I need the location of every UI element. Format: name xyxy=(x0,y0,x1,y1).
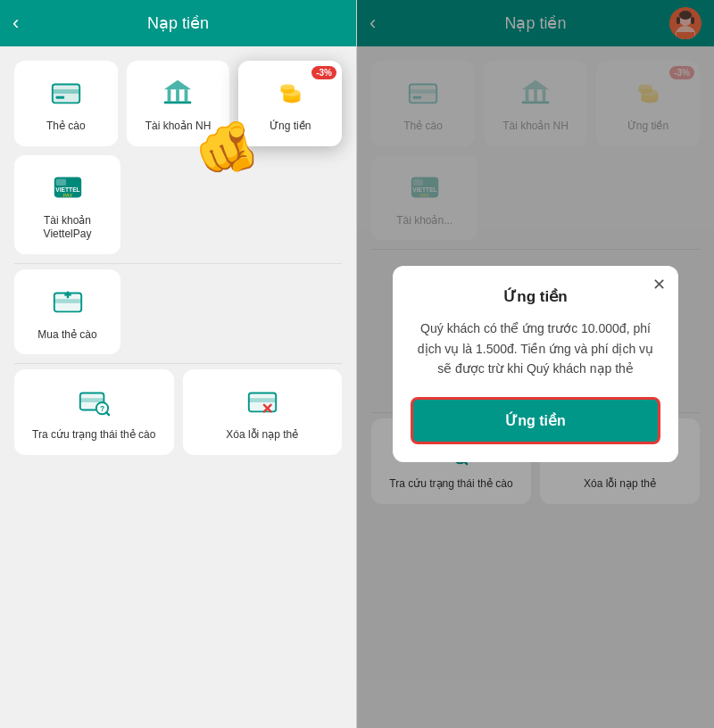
svg-text:VIETTEL: VIETTEL xyxy=(55,186,79,192)
right-screen: ‹ Nạp tiền xyxy=(357,0,714,728)
left-header: ‹ Nạp tiền xyxy=(0,0,356,46)
left-xoa-loi-label: Xóa lỗi nạp thẻ xyxy=(226,428,298,443)
viettelpay-icon: VIETTEL PAY xyxy=(48,168,87,207)
svg-rect-3 xyxy=(55,96,64,99)
bank-icon xyxy=(158,73,197,112)
left-divider2 xyxy=(14,363,342,364)
svg-rect-6 xyxy=(177,89,180,101)
left-back-button[interactable]: ‹ xyxy=(12,13,19,33)
left-content: Thẻ cào Tài khoản NH -3% xyxy=(0,46,356,728)
svg-line-26 xyxy=(107,413,110,416)
svg-rect-7 xyxy=(185,89,188,101)
left-the-cao-label: Thẻ cào xyxy=(46,120,86,134)
error-card-icon xyxy=(243,382,282,421)
left-menu-row2: VIETTEL PAY Tài khoản ViettelPay xyxy=(14,155,342,254)
left-row3-filler xyxy=(129,269,342,355)
left-menu-mua-the-cao[interactable]: Mua thẻ cào xyxy=(14,269,120,355)
card-icon xyxy=(46,73,86,112)
coins-icon xyxy=(270,73,310,112)
left-tai-khoan-nh-label: Tài khoản NH xyxy=(145,120,212,134)
left-menu-the-cao[interactable]: Thẻ cào xyxy=(14,61,118,146)
modal-close-button[interactable]: ✕ xyxy=(652,277,666,293)
svg-rect-8 xyxy=(164,102,191,104)
left-menu-row4: ? Tra cứu trạng thái thẻ cào Xóa lỗi nạp… xyxy=(14,369,342,455)
left-screen: ‹ Nạp tiền Thẻ cào xyxy=(0,0,357,728)
ung-tien-confirm-button[interactable]: Ứng tiền xyxy=(411,397,660,444)
left-tra-cuu-label: Tra cứu trạng thái thẻ cào xyxy=(32,428,155,443)
modal-overlay: ✕ Ứng tiền Quý khách có thể ứng trước 10… xyxy=(357,0,714,728)
left-ung-tien-badge: -3% xyxy=(311,66,336,79)
left-menu-tai-khoan-nh[interactable]: Tài khoản NH xyxy=(127,61,230,146)
left-mua-the-cao-label: Mua thẻ cào xyxy=(37,328,96,343)
left-row2-filler xyxy=(129,155,342,254)
modal-text: Quý khách có thể ứng trước 10.000đ, phí … xyxy=(411,318,660,378)
left-ung-tien-label: Ứng tiền xyxy=(270,120,311,134)
left-menu-xoa-loi[interactable]: Xóa lỗi nạp thẻ xyxy=(183,369,343,455)
svg-marker-4 xyxy=(164,80,191,89)
ung-tien-modal: ✕ Ứng tiền Quý khách có thể ứng trước 10… xyxy=(393,266,678,461)
svg-point-14 xyxy=(281,85,295,90)
svg-rect-2 xyxy=(53,89,79,94)
buy-card-icon xyxy=(48,282,87,321)
left-menu-ung-tien[interactable]: -3% Ứng tiền xyxy=(238,61,342,146)
svg-text:PAY: PAY xyxy=(62,193,72,198)
modal-title: Ứng tiền xyxy=(411,287,660,306)
left-viettelpay-label: Tài khoản ViettelPay xyxy=(21,214,113,242)
svg-rect-5 xyxy=(168,89,171,101)
svg-rect-29 xyxy=(249,399,276,403)
svg-rect-18 xyxy=(55,178,65,186)
svg-rect-24 xyxy=(80,399,104,403)
left-menu-row3: Mua thẻ cào xyxy=(14,269,342,355)
search-card-icon: ? xyxy=(74,382,113,421)
left-menu-viettelpay[interactable]: VIETTEL PAY Tài khoản ViettelPay xyxy=(14,155,120,254)
left-divider xyxy=(14,263,342,264)
svg-rect-20 xyxy=(54,299,80,303)
left-header-title: Nạp tiền xyxy=(147,13,209,33)
left-menu-tra-cuu[interactable]: ? Tra cứu trạng thái thẻ cào xyxy=(14,369,174,455)
svg-text:?: ? xyxy=(100,405,104,414)
left-menu-row1: Thẻ cào Tài khoản NH -3% xyxy=(14,61,342,146)
svg-rect-28 xyxy=(249,393,276,412)
